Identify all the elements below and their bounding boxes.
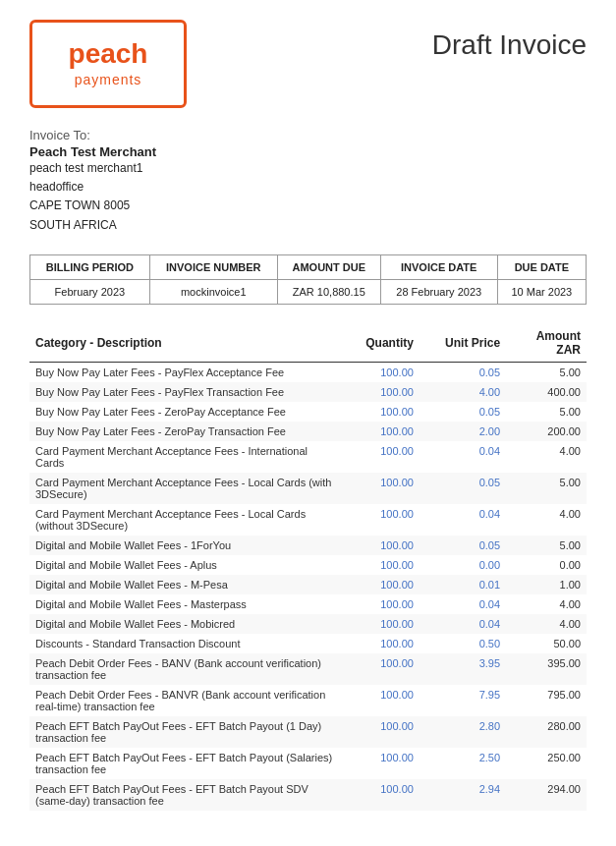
- item-description: Peach EFT Batch PayOut Fees - EFT Batch …: [29, 716, 339, 748]
- item-amount: 200.00: [506, 422, 587, 441]
- item-unit-price: 0.04: [420, 614, 506, 634]
- item-description: Peach EFT Batch PayOut Fees - EFT Batch …: [29, 779, 339, 811]
- item-unit-price: 0.04: [420, 504, 506, 536]
- item-amount: 250.00: [506, 748, 587, 779]
- invoice-to-section: Invoice To: Peach Test Merchant peach te…: [29, 128, 587, 235]
- item-quantity: 100.00: [339, 504, 420, 536]
- table-row: Peach Debit Order Fees - BANVR (Bank acc…: [29, 685, 587, 716]
- table-row: Peach EFT Batch PayOut Fees - EFT Batch …: [29, 779, 587, 811]
- item-unit-price: 4.00: [420, 382, 506, 402]
- billing-value: mockinvoice1: [149, 279, 277, 304]
- merchant-details: peach test merchant1 headoffice CAPE TOW…: [29, 159, 587, 235]
- item-unit-price: 3.95: [420, 653, 506, 685]
- item-amount: 280.00: [506, 716, 587, 748]
- billing-table: BILLING PERIODINVOICE NUMBERAMOUNT DUEIN…: [29, 254, 587, 305]
- item-quantity: 100.00: [339, 555, 420, 575]
- table-row: Card Payment Merchant Acceptance Fees - …: [29, 441, 587, 473]
- col-header-quantity: Quantity: [339, 324, 420, 363]
- table-row: Buy Now Pay Later Fees - ZeroPay Transac…: [29, 422, 587, 441]
- item-unit-price: 7.95: [420, 685, 506, 716]
- billing-header: AMOUNT DUE: [277, 254, 380, 279]
- col-header-unit-price: Unit Price: [420, 324, 506, 363]
- item-quantity: 100.00: [339, 402, 420, 422]
- item-unit-price: 0.04: [420, 441, 506, 473]
- billing-header: BILLING PERIOD: [30, 254, 150, 279]
- invoice-to-label: Invoice To:: [29, 128, 587, 142]
- item-quantity: 100.00: [339, 634, 420, 653]
- header-section: peach payments Draft Invoice: [29, 20, 587, 108]
- item-description: Peach EFT Batch PayOut Fees - EFT Batch …: [29, 748, 339, 779]
- col-header-amount: Amount ZAR: [506, 324, 587, 363]
- item-amount: 294.00: [506, 779, 587, 811]
- logo-peach: peach: [69, 40, 148, 68]
- merchant-line3: CAPE TOWN 8005: [29, 197, 587, 215]
- item-unit-price: 2.50: [420, 748, 506, 779]
- item-amount: 795.00: [506, 685, 587, 716]
- billing-header: INVOICE NUMBER: [149, 254, 277, 279]
- item-unit-price: 2.80: [420, 716, 506, 748]
- item-quantity: 100.00: [339, 473, 420, 504]
- table-row: Peach EFT Batch PayOut Fees - EFT Batch …: [29, 748, 587, 779]
- merchant-name: Peach Test Merchant: [29, 144, 587, 159]
- item-amount: 395.00: [506, 653, 587, 685]
- item-unit-price: 0.04: [420, 594, 506, 614]
- item-amount: 5.00: [506, 536, 587, 555]
- item-quantity: 100.00: [339, 382, 420, 402]
- item-unit-price: 0.01: [420, 575, 506, 594]
- table-row: Buy Now Pay Later Fees - PayFlex Transac…: [29, 382, 587, 402]
- item-description: Digital and Mobile Wallet Fees - Mobicre…: [29, 614, 339, 634]
- items-table: Category - Description Quantity Unit Pri…: [29, 324, 587, 811]
- item-description: Buy Now Pay Later Fees - ZeroPay Accepta…: [29, 402, 339, 422]
- item-description: Peach Debit Order Fees - BANVR (Bank acc…: [29, 685, 339, 716]
- billing-header: DUE DATE: [497, 254, 586, 279]
- billing-value: ZAR 10,880.15: [277, 279, 380, 304]
- item-quantity: 100.00: [339, 575, 420, 594]
- item-quantity: 100.00: [339, 536, 420, 555]
- col-header-description: Category - Description: [29, 324, 339, 363]
- item-quantity: 100.00: [339, 441, 420, 473]
- item-description: Digital and Mobile Wallet Fees - 1ForYou: [29, 536, 339, 555]
- table-row: Card Payment Merchant Acceptance Fees - …: [29, 504, 587, 536]
- item-description: Buy Now Pay Later Fees - PayFlex Accepta…: [29, 362, 339, 382]
- item-amount: 4.00: [506, 504, 587, 536]
- table-row: Buy Now Pay Later Fees - ZeroPay Accepta…: [29, 402, 587, 422]
- table-row: Peach Debit Order Fees - BANV (Bank acco…: [29, 653, 587, 685]
- item-quantity: 100.00: [339, 748, 420, 779]
- table-row: Buy Now Pay Later Fees - PayFlex Accepta…: [29, 362, 587, 382]
- item-description: Peach Debit Order Fees - BANV (Bank acco…: [29, 653, 339, 685]
- item-amount: 0.00: [506, 555, 587, 575]
- item-unit-price: 2.00: [420, 422, 506, 441]
- table-row: Card Payment Merchant Acceptance Fees - …: [29, 473, 587, 504]
- item-quantity: 100.00: [339, 362, 420, 382]
- table-row: Digital and Mobile Wallet Fees - Masterp…: [29, 594, 587, 614]
- draft-title: Draft Invoice: [432, 20, 587, 61]
- billing-value: 10 Mar 2023: [497, 279, 586, 304]
- item-description: Digital and Mobile Wallet Fees - Aplus: [29, 555, 339, 575]
- table-row: Digital and Mobile Wallet Fees - Mobicre…: [29, 614, 587, 634]
- item-amount: 400.00: [506, 382, 587, 402]
- item-unit-price: 0.05: [420, 362, 506, 382]
- merchant-line2: headoffice: [29, 178, 587, 197]
- item-unit-price: 0.05: [420, 473, 506, 504]
- logo-container: peach payments: [29, 20, 187, 108]
- item-amount: 5.00: [506, 362, 587, 382]
- item-quantity: 100.00: [339, 594, 420, 614]
- item-unit-price: 0.05: [420, 536, 506, 555]
- item-unit-price: 0.05: [420, 402, 506, 422]
- merchant-line1: peach test merchant1: [29, 159, 587, 178]
- item-description: Card Payment Merchant Acceptance Fees - …: [29, 441, 339, 473]
- item-description: Card Payment Merchant Acceptance Fees - …: [29, 473, 339, 504]
- item-description: Digital and Mobile Wallet Fees - Masterp…: [29, 594, 339, 614]
- item-unit-price: 2.94: [420, 779, 506, 811]
- item-quantity: 100.00: [339, 685, 420, 716]
- item-description: Buy Now Pay Later Fees - PayFlex Transac…: [29, 382, 339, 402]
- item-amount: 5.00: [506, 402, 587, 422]
- logo-payments: payments: [75, 72, 142, 87]
- table-row: Peach EFT Batch PayOut Fees - EFT Batch …: [29, 716, 587, 748]
- item-description: Card Payment Merchant Acceptance Fees - …: [29, 504, 339, 536]
- item-quantity: 100.00: [339, 653, 420, 685]
- item-amount: 4.00: [506, 594, 587, 614]
- item-amount: 4.00: [506, 614, 587, 634]
- table-row: Digital and Mobile Wallet Fees - Aplus10…: [29, 555, 587, 575]
- item-quantity: 100.00: [339, 614, 420, 634]
